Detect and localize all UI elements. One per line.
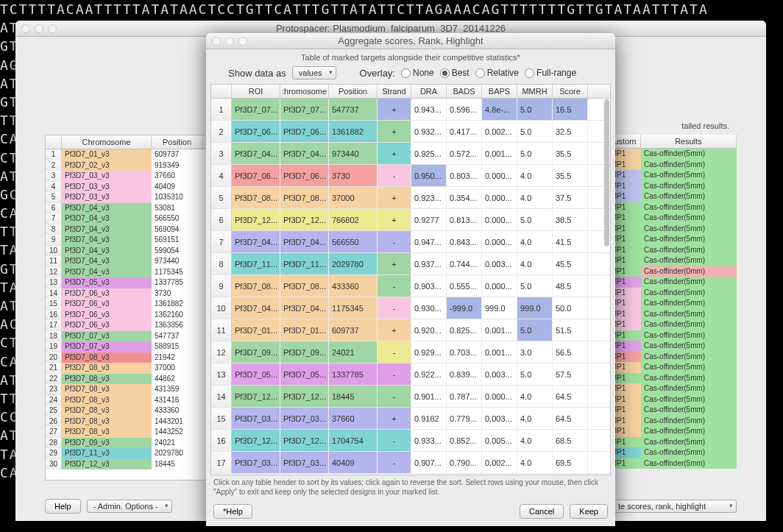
right-table-head[interactable]: Custom Results — [604, 135, 737, 149]
overlay-full-radio[interactable]: Full-range — [525, 68, 576, 78]
table-row[interactable]: 10 Pf3D7_04... Pf3D7_04... 1175345 - 0.9… — [211, 297, 610, 319]
table-row[interactable]: 4Pf3D7_03_v340409- — [46, 182, 213, 193]
table-row[interactable]: 22Pf3D7_08_v344862+ — [46, 374, 213, 385]
dialog-table-head[interactable]: ROI :hromosome Position Strand DRA BADS … — [211, 85, 610, 99]
table-row[interactable]: 7Pf3D7_04_v3566550- — [46, 213, 213, 224]
table-row[interactable]: EMP1Cas-offinder(5mm) — [604, 383, 737, 394]
table-row[interactable]: 3 Pf3D7_04... Pf3D7_04... 973440 + 0.925… — [211, 143, 610, 165]
table-row[interactable]: 5Pf3D7_03_v31035310- — [46, 192, 213, 203]
table-row[interactable]: 19Pf3D7_07_v3588915+ — [46, 341, 213, 352]
table-row[interactable]: 17Pf3D7_06_v31363356- — [46, 320, 213, 331]
table-row[interactable]: EMP1Cas-offinder(5mm) — [604, 416, 737, 427]
overlay-relative-radio[interactable]: Relative — [475, 68, 519, 78]
table-row[interactable]: EMP1Cas-offinder(5mm) — [604, 405, 737, 416]
table-row[interactable]: EMP1Cas-offinder(5mm) — [604, 149, 737, 160]
table-row[interactable]: 12Pf3D7_04_v31175345- — [46, 267, 213, 278]
table-row[interactable]: 15Pf3D7_06_v31361882+ — [46, 299, 213, 310]
table-row[interactable]: 21Pf3D7_08_v337000+ — [46, 363, 213, 374]
table-row[interactable]: EMP1Cas-offinder(5mm) — [604, 458, 737, 469]
table-row[interactable]: 12 Pf3D7_09... Pf3D7_09... 24021 - 0.929… — [211, 341, 610, 363]
table-row[interactable]: 7 Pf3D7_04... Pf3D7_04... 566550 - 0.947… — [211, 231, 610, 253]
table-row[interactable]: 5 Pf3D7_08... Pf3D7_08... 37000 + 0.923.… — [211, 187, 610, 209]
left-table: Chromosome Position S 1Pf3D7_01_v3609737… — [45, 135, 214, 480]
traffic-lights[interactable] — [21, 24, 57, 33]
table-row[interactable]: 13 Pf3D7_05... Pf3D7_05... 1337785 - 0.9… — [211, 363, 610, 386]
dialog-traffic-lights[interactable] — [212, 37, 247, 46]
table-row[interactable]: 14Pf3D7_06_v33730- — [46, 288, 213, 299]
table-row[interactable]: 28Pf3D7_09_v324021- — [46, 438, 213, 449]
table-row[interactable]: 1 Pf3D7_07... Pf3D7_07... 547737 + 0.943… — [211, 99, 610, 121]
table-row[interactable]: EMP1Cas-offinder(5mm) — [604, 224, 737, 235]
table-row[interactable]: 9 Pf3D7_08... Pf3D7_08... 433360 - 0.903… — [211, 275, 610, 297]
table-row[interactable]: 25Pf3D7_08_v3433360- — [46, 405, 213, 416]
table-row[interactable]: EMP1Cas-offinder(5mm) — [604, 298, 737, 309]
dialog-subtitle: Table of marked targets alongside their … — [206, 49, 615, 65]
help-button[interactable]: Help — [45, 499, 81, 514]
table-row[interactable]: 18Pf3D7_07_v3547737+ — [46, 331, 213, 342]
table-row[interactable]: 13Pf3D7_05_v31337785- — [46, 277, 213, 288]
table-row[interactable]: 3Pf3D7_03_v337660+ — [46, 171, 213, 182]
table-row[interactable]: EMP1Cas-offinder(5mm) — [604, 160, 737, 171]
table-row[interactable]: EMP1Cas-offinder(5mm) — [604, 394, 737, 405]
table-row[interactable]: 30Pf3D7_12_v318445- — [46, 459, 213, 470]
table-row[interactable]: 9Pf3D7_04_v3569151- — [46, 235, 213, 246]
table-row[interactable]: EMP1Cas-offinder(5mm) — [604, 181, 737, 192]
right-action-combo[interactable]: te scores, rank, highlight — [612, 500, 737, 513]
table-row[interactable]: 10Pf3D7_04_v3599054+ — [46, 246, 213, 257]
table-row[interactable]: EMP1Cas-offinder(5mm) — [604, 234, 737, 245]
overlay-best-radio[interactable]: Best — [440, 68, 470, 78]
cancel-button[interactable]: Cancel — [520, 504, 564, 519]
table-row[interactable]: 14 Pf3D7_12... Pf3D7_12... 18445 - 0.901… — [211, 386, 610, 408]
table-row[interactable]: 27Pf3D7_08_v31443252+ — [46, 427, 213, 438]
table-row[interactable]: EMP1Cas-offinder(5mm) — [604, 170, 737, 181]
table-row[interactable]: EMP1Cas-offinder(5mm) — [604, 319, 737, 330]
table-row[interactable]: 1Pf3D7_01_v3609737+ — [46, 149, 213, 160]
table-row[interactable]: 2Pf3D7_02_v3919349- — [46, 160, 213, 171]
table-row[interactable]: 2 Pf3D7_06... Pf3D7_06... 1361882 + 0.93… — [211, 121, 610, 143]
table-row[interactable]: 26Pf3D7_08_v31443201- — [46, 416, 213, 428]
table-row[interactable]: EMP1Cas-offinder(5mm) — [604, 277, 737, 288]
table-row[interactable]: 17 Pf3D7_03... Pf3D7_03... 40409 - 0.907… — [211, 452, 610, 474]
table-row[interactable]: EMP1Cas-offinder(5mm) — [604, 255, 737, 266]
dialog-titlebar[interactable]: Aggregate scores, Rank, Highlight — [206, 33, 615, 49]
table-row[interactable]: 11Pf3D7_04_v3973440+ — [46, 256, 213, 267]
dialog-controls: Show data as values Overlay: None Best R… — [206, 65, 615, 84]
overlay-label: Overlay: — [360, 68, 395, 79]
table-row[interactable]: 24Pf3D7_08_v3431416- — [46, 395, 213, 406]
overlay-none-radio[interactable]: None — [401, 68, 434, 78]
table-row[interactable]: EMP1Cas-offinder(5mm) — [604, 191, 737, 202]
dialog-help-button[interactable]: *Help — [213, 504, 252, 519]
table-row[interactable]: EMP1Cas-offinder(5mm) — [604, 437, 737, 448]
table-row[interactable]: 4 Pf3D7_06... Pf3D7_06... 3730 - 0.950..… — [211, 165, 610, 187]
table-row[interactable]: EMP1Cas-offinder(5mm) — [604, 213, 737, 224]
table-row[interactable]: EMP1Cas-offinder(5mm) — [604, 288, 737, 299]
table-row[interactable]: 8Pf3D7_04_v3569094+ — [46, 224, 213, 235]
table-row[interactable]: EMP1Cas-offinder(5mm) — [604, 330, 737, 341]
table-row[interactable]: EMP1Cas-offinder(0mm) — [604, 266, 737, 277]
table-row[interactable]: 11 Pf3D7_01... Pf3D7_01... 609737 + 0.92… — [211, 319, 610, 341]
table-row[interactable]: 16Pf3D7_06_v31362160+ — [46, 310, 213, 321]
table-row[interactable]: EMP1Cas-offinder(5mm) — [604, 202, 737, 213]
table-row[interactable]: 6Pf3D7_04_v353081- — [46, 203, 213, 214]
table-row[interactable]: 6 Pf3D7_12... Pf3D7_12... 766802 + 0.927… — [211, 209, 610, 231]
table-row[interactable]: 16 Pf3D7_12... Pf3D7_12... 1704754 - 0.9… — [211, 430, 610, 452]
values-combo[interactable]: values — [292, 66, 336, 79]
table-row[interactable]: 20Pf3D7_08_v321942+ — [46, 352, 213, 363]
keep-button[interactable]: Keep — [570, 504, 608, 519]
table-row[interactable]: 15 Pf3D7_03... Pf3D7_03... 37660 + 0.918… — [211, 408, 610, 430]
table-row[interactable]: EMP1Cas-offinder(5mm) — [604, 447, 737, 458]
table-row[interactable]: EMP1Cas-offinder(5mm) — [604, 426, 737, 437]
table-row[interactable]: EMP1Cas-offinder(5mm) — [604, 352, 737, 363]
left-table-head[interactable]: Chromosome Position S — [46, 135, 213, 149]
table-row[interactable]: 8 Pf3D7_11... Pf3D7_11... 2029780 + 0.93… — [211, 253, 610, 275]
scrollbar-handle[interactable] — [604, 99, 609, 247]
admin-options-combo[interactable]: - Admin. Options - — [87, 500, 172, 513]
table-row[interactable]: EMP1Cas-offinder(5mm) — [604, 309, 737, 320]
table-row[interactable]: 23Pf3D7_08_v3431359+ — [46, 384, 213, 395]
table-row[interactable]: 29Pf3D7_11_v32029780+ — [46, 448, 213, 459]
table-row[interactable]: EMP1Cas-offinder(5mm) — [604, 362, 737, 373]
table-row[interactable]: EMP1Cas-offinder(5mm) — [604, 373, 737, 384]
table-row[interactable]: EMP1Cas-offinder(5mm) — [604, 341, 737, 352]
hint-right: tailed results. — [681, 121, 729, 130]
table-row[interactable]: EMP1Cas-offinder(5mm) — [604, 245, 737, 256]
